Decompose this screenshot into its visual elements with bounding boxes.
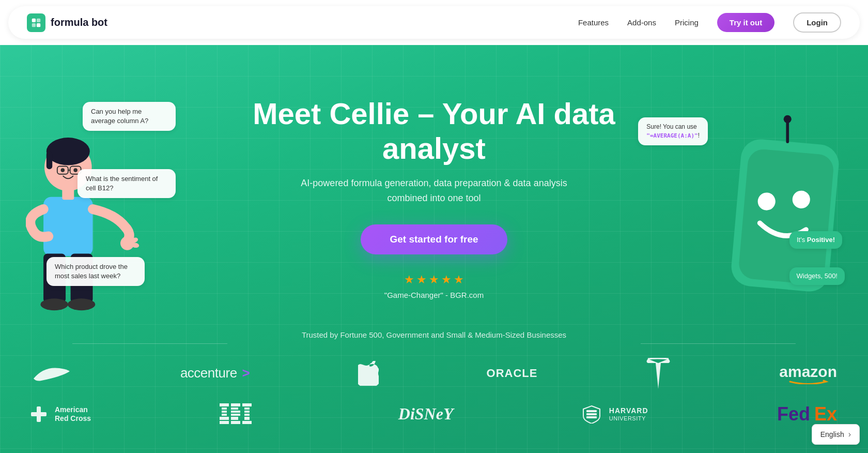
svg-rect-42 [244, 407, 250, 410]
language-selector[interactable]: English › [812, 424, 860, 445]
svg-rect-6 [47, 152, 52, 169]
svg-rect-37 [231, 411, 240, 413]
trust-section: Trusted by Fortune 500, Government and S… [0, 330, 868, 440]
brand-oracle: ORACLE [487, 367, 538, 380]
svg-rect-2 [32, 23, 36, 26]
tesla-logo-icon [645, 358, 671, 389]
svg-point-26 [784, 115, 792, 123]
svg-rect-46 [242, 421, 252, 424]
brand-redcross: American Red Cross [31, 405, 91, 423]
language-arrow-icon: › [848, 430, 851, 439]
svg-rect-12 [43, 197, 92, 256]
fedex-fe-text: Fed [777, 403, 810, 425]
brand-ibm [220, 403, 269, 425]
nav-pricing[interactable]: Pricing [675, 18, 699, 27]
right-character: Sure! You can use "=AVERAGE(A:A)"! It's … [692, 71, 858, 329]
svg-rect-30 [222, 407, 227, 410]
brand-apple [358, 361, 379, 386]
logo-icon [27, 13, 45, 32]
svg-rect-29 [220, 403, 229, 406]
try-it-out-button[interactable]: Try it out [717, 13, 774, 32]
hero-section: Can you help me average column A? What i… [0, 45, 868, 453]
star-2: ★ [416, 273, 427, 286]
nav-links: Features Add-ons Pricing Try it out Logi… [578, 12, 841, 33]
svg-rect-34 [220, 421, 229, 424]
nike-logo-icon [31, 362, 72, 385]
svg-rect-47 [586, 410, 597, 412]
svg-rect-28 [31, 412, 47, 416]
svg-rect-36 [231, 407, 238, 410]
review-text: "Game-Changer" - BGR.com [384, 291, 484, 299]
svg-rect-41 [242, 403, 252, 406]
amazon-logo-text: amazon [779, 364, 837, 383]
star-1: ★ [404, 273, 414, 286]
svg-rect-48 [586, 413, 597, 415]
accenture-accent: > [242, 365, 250, 381]
oracle-logo-text: ORACLE [487, 367, 538, 380]
brand-tesla [645, 358, 671, 389]
svg-rect-3 [37, 23, 40, 26]
svg-rect-44 [244, 414, 250, 416]
svg-point-11 [73, 168, 78, 172]
redcross-text: American Red Cross [55, 405, 91, 423]
svg-rect-31 [222, 411, 227, 413]
fedex-ex-text: Ex [814, 403, 837, 425]
logo-text: formula bot [51, 17, 107, 28]
star-5: ★ [454, 273, 464, 286]
star-3: ★ [429, 273, 439, 286]
brand-logos-row-1: accenture > ORACLE [31, 358, 837, 389]
amazon-arrow-icon [787, 379, 829, 384]
brand-logos-row-2: American Red Cross [31, 403, 837, 425]
svg-point-20 [68, 298, 95, 310]
svg-point-5 [47, 138, 90, 165]
nav-addons[interactable]: Add-ons [627, 18, 656, 27]
speech-bubble-right-1: Sure! You can use "=AVERAGE(A:A)"! [638, 117, 708, 145]
speech-bubble-right-3: Widgets, 500! [789, 267, 845, 285]
brand-disney: DiSNeY [398, 404, 454, 424]
redcross-logo-icon [31, 406, 47, 422]
brand-accenture: accenture > [180, 365, 250, 381]
svg-point-19 [40, 298, 68, 310]
ibm-icon [220, 403, 269, 425]
language-label: English [820, 430, 844, 439]
star-4: ★ [441, 273, 452, 286]
hero-title: Meet Cellie – Your AI data analyst [238, 97, 630, 165]
logo[interactable]: formula bot [27, 13, 578, 32]
ibm-logo-text [220, 403, 269, 425]
svg-rect-38 [231, 414, 240, 416]
speech-bubble-2: What is the sentiment of cell B12? [78, 169, 176, 198]
speech-bubble-3: Which product drove the most sales last … [47, 257, 145, 286]
navbar: formula bot Features Add-ons Pricing Try… [8, 6, 860, 39]
svg-rect-45 [244, 417, 250, 420]
svg-rect-40 [231, 421, 240, 424]
brand-amazon: amazon [779, 364, 837, 383]
nav-features[interactable]: Features [578, 18, 609, 27]
brand-fedex: FedEx [777, 403, 837, 425]
person-illustration [26, 128, 150, 345]
star-rating: ★ ★ ★ ★ ★ [404, 273, 464, 286]
hero-center: Meet Cellie – Your AI data analyst AI-po… [238, 45, 630, 299]
svg-rect-39 [231, 417, 238, 420]
svg-rect-0 [32, 18, 36, 22]
svg-point-14 [120, 236, 134, 250]
disney-logo-text: DiSNeY [398, 404, 454, 424]
svg-rect-32 [222, 414, 227, 416]
accenture-logo-text: accenture [180, 365, 237, 381]
speech-bubble-1: Can you help me average column A? [83, 102, 176, 131]
svg-rect-22 [738, 148, 835, 285]
apple-logo-icon [358, 361, 379, 386]
cta-button[interactable]: Get started for free [361, 224, 507, 254]
svg-rect-33 [220, 417, 229, 420]
harvard-shield-icon [582, 405, 601, 424]
svg-rect-1 [37, 18, 40, 22]
login-button[interactable]: Login [793, 12, 841, 33]
svg-rect-49 [586, 416, 597, 418]
trust-label: Trusted by Fortune 500, Government and S… [31, 330, 837, 339]
svg-point-10 [61, 168, 65, 172]
brand-nike [31, 362, 72, 385]
speech-bubble-right-2: It's Positive! [789, 231, 842, 249]
harvard-text: HARVARD UNIVERSITY [609, 406, 648, 422]
brand-harvard: HARVARD UNIVERSITY [582, 405, 648, 424]
svg-rect-13 [62, 188, 74, 200]
svg-rect-35 [231, 403, 240, 406]
